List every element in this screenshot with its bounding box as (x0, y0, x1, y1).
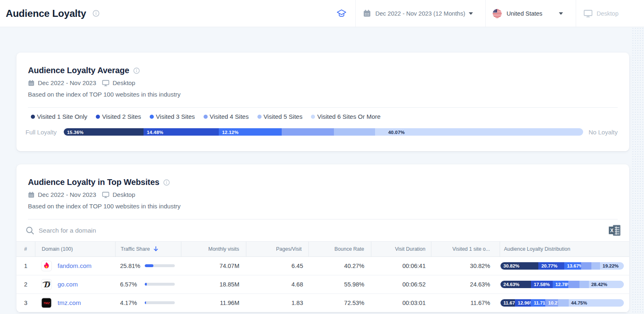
calendar-icon (28, 192, 35, 198)
device-label: Desktop (597, 10, 619, 17)
info-icon[interactable] (163, 179, 170, 186)
tmz-favicon-icon: TMZ (41, 298, 52, 308)
bounce-rate-cell: 72.53% (308, 293, 371, 312)
pages-visit-cell: 4.68 (246, 275, 308, 293)
bar-segment (581, 262, 591, 270)
graduation-cap-icon (336, 9, 347, 18)
visit-duration-cell: 00:06:41 (371, 256, 431, 275)
device-selector[interactable]: Desktop (576, 0, 644, 27)
search-input[interactable] (39, 227, 608, 234)
rank-cell: 1 (16, 256, 35, 275)
sort-desc-icon (153, 246, 158, 252)
fandom-favicon-icon (41, 261, 52, 271)
pages-visit-cell: 6.45 (246, 256, 308, 275)
distribution-bar: 11.67%12.96%11.71%10.27%44.75% (500, 299, 624, 307)
monthly-visits-cell: 11.96M (181, 293, 246, 312)
card-date-range: Dec 2022 - Nov 2023 (38, 191, 96, 198)
card-device: Desktop (113, 79, 135, 86)
calendar-icon (28, 80, 35, 86)
us-flag-icon (493, 9, 502, 18)
audience-loyalty-average-card: Audience Loyalty Average Dec 2022 - Nov … (16, 53, 629, 151)
visited-1-site-cell: 24.63% (431, 275, 500, 293)
table-row: 2Dgo.com6.57%18.85M4.6855.98%00:06:5224.… (16, 275, 629, 293)
legend-dot-icon (150, 115, 154, 119)
bar-segment (558, 299, 569, 307)
academy-button[interactable] (328, 0, 355, 27)
card-note: Based on the index of TOP 100 websites i… (28, 91, 618, 98)
legend-item[interactable]: Visited 6 Sites Or More (311, 113, 380, 120)
legend-label: Visited 6 Sites Or More (317, 113, 380, 120)
bar-segment: 30.82% (500, 262, 538, 270)
visited-1-site-cell: 30.82% (431, 256, 500, 275)
legend-item[interactable]: Visited 2 Sites (96, 113, 141, 120)
top-websites-table: # Domain (100) Traffic Share Monthly vis… (16, 242, 629, 312)
column-monthly-visits[interactable]: Monthly visits (181, 242, 246, 256)
rank-cell: 3 (16, 293, 35, 312)
traffic-share-bar (145, 283, 175, 286)
legend-label: Visited 2 Sites (102, 113, 141, 120)
bar-segment: 40.07% (375, 128, 583, 136)
bar-segment (579, 281, 589, 288)
desktop-icon (584, 9, 593, 18)
bar-segment (334, 128, 375, 136)
search-icon (25, 226, 35, 235)
bar-segment: 14.48% (144, 128, 219, 136)
no-loyalty-label: No Loyalty (588, 129, 618, 136)
desktop-icon (102, 80, 109, 86)
legend-dot-icon (96, 115, 100, 119)
page-title: Audience Loyalty (6, 8, 86, 19)
go-favicon-icon: D (41, 279, 52, 290)
legend-item[interactable]: Visited 1 Site Only (31, 113, 87, 120)
legend-label: Visited 3 Sites (156, 113, 195, 120)
visited-1-site-cell: 11.67% (431, 293, 500, 312)
column-traffic-share[interactable]: Traffic Share (115, 242, 181, 256)
svg-text:X: X (610, 228, 614, 233)
column-rank: # (16, 242, 35, 256)
desktop-icon (102, 192, 109, 198)
traffic-share-bar (145, 264, 175, 267)
country-selector[interactable]: United States (485, 0, 576, 27)
legend-dot-icon (31, 115, 35, 119)
bar-segment: 24.63% (500, 281, 531, 288)
bounce-rate-cell: 40.27% (308, 256, 371, 275)
monthly-visits-cell: 18.85M (181, 275, 246, 293)
column-bounce-rate[interactable]: Bounce Rate (308, 242, 371, 256)
domain-link[interactable]: tmz.com (58, 299, 81, 306)
column-pages-visit[interactable]: Pages/Visit (246, 242, 308, 256)
bar-segment: 10.27% (545, 299, 558, 307)
column-visit-duration[interactable]: Visit Duration (371, 242, 431, 256)
domain-link[interactable]: fandom.com (58, 262, 92, 269)
calendar-icon (363, 9, 371, 17)
info-icon[interactable] (133, 67, 140, 74)
date-range-selector[interactable]: Dec 2022 - Nov 2023 (12 Months) (355, 0, 485, 27)
domain-link[interactable]: go.com (58, 281, 78, 288)
card-note: Based on the index of TOP 100 websites i… (28, 203, 618, 210)
chevron-down-icon (469, 12, 473, 15)
visit-duration-cell: 00:03:01 (371, 293, 431, 312)
svg-text:TMZ: TMZ (43, 301, 50, 305)
bar-segment: 12.12% (219, 128, 282, 136)
legend-label: Visited 5 Sites (264, 113, 303, 120)
bar-segment (591, 262, 600, 270)
card-device: Desktop (113, 191, 135, 198)
rank-cell: 2 (16, 275, 35, 293)
distribution-bar: 24.63%17.58%12.78%28.42% (500, 281, 624, 288)
column-visited-1-site[interactable]: Visited 1 site o... (431, 242, 500, 256)
legend-item[interactable]: Visited 3 Sites (150, 113, 195, 120)
card-title: Audience Loyalty Average (28, 66, 129, 75)
info-icon[interactable] (93, 10, 100, 17)
top-bar: Audience Loyalty Dec 2022 - Nov 2023 (12… (0, 0, 644, 27)
column-domain[interactable]: Domain (100) (35, 242, 115, 256)
average-loyalty-bar: 15.36%14.48%12.12%40.07% (64, 128, 583, 136)
background-pattern (632, 27, 644, 314)
legend-label: Visited 4 Sites (210, 113, 249, 120)
table-row: 1fandom.com25.81%74.07M6.4540.27%00:06:4… (16, 256, 629, 275)
legend-item[interactable]: Visited 4 Sites (204, 113, 249, 120)
card-title: Audience Loyalty in Top Websites (28, 178, 159, 187)
table-body: 1fandom.com25.81%74.07M6.4540.27%00:06:4… (16, 256, 629, 312)
bar-segment: 17.58% (531, 281, 553, 288)
legend-item[interactable]: Visited 5 Sites (257, 113, 303, 120)
legend-dot-icon (257, 115, 262, 119)
excel-export-button[interactable]: X (608, 224, 621, 236)
bar-segment: 28.42% (589, 281, 624, 288)
